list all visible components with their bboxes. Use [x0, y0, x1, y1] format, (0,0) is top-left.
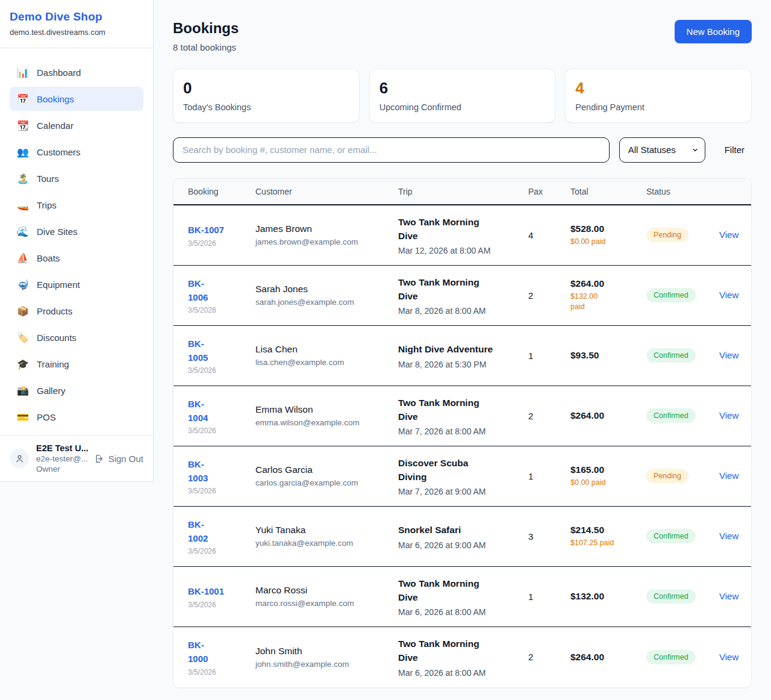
sign-out-button[interactable]: Sign Out [94, 454, 143, 464]
status-badge: Confirmed [646, 408, 696, 423]
paid-amount: $0.00 paid [570, 237, 646, 248]
sidebar-item-label: Bookings [37, 94, 74, 104]
sidebar-item-calendar[interactable]: 📆Calendar [10, 113, 143, 137]
customer-name: Lisa Chen [255, 344, 398, 355]
speedboat-icon: 🚤 [17, 199, 29, 211]
booking-id-link[interactable]: BK- 1000 [188, 638, 208, 666]
stat-card-upcoming-confirmed: 6 Upcoming Confirmed [369, 69, 556, 123]
view-link[interactable]: View [719, 531, 738, 541]
booking-id-link[interactable]: BK-1007 [188, 223, 224, 237]
col-header-pax: Pax [528, 187, 570, 196]
pax-count: 2 [528, 411, 570, 421]
sidebar-item-gallery[interactable]: 📸Gallery [10, 378, 143, 402]
booking-id-link[interactable]: BK- 1002 [188, 517, 208, 546]
sidebar-item-dive-sites[interactable]: 🌊Dive Sites [10, 219, 143, 243]
booking-date: 3/5/2026 [188, 239, 255, 248]
trip-datetime: Mar 12, 2026 at 8:00 AM [398, 246, 528, 255]
customer-name: Marco Rossi [255, 585, 398, 596]
trip-name: Night Dive Adventure [398, 342, 528, 356]
user-role: Owner [36, 464, 89, 473]
page-title-block: Bookings 8 total bookings [173, 20, 239, 52]
total-amount: $93.50 [570, 350, 646, 361]
booking-date: 3/5/2026 [188, 366, 255, 375]
camera-icon: 📸 [17, 385, 29, 396]
stat-label: Today's Bookings [183, 102, 349, 112]
col-header-trip: Trip [398, 187, 528, 196]
sidebar-item-discounts[interactable]: 🏷️Discounts [10, 325, 143, 349]
view-link[interactable]: View [719, 410, 738, 420]
sidebar-item-pos[interactable]: 💳POS [10, 405, 143, 429]
brand-name: Demo Dive Shop [10, 10, 143, 23]
search-input[interactable] [173, 137, 610, 163]
sidebar-item-label: Calendar [37, 120, 73, 131]
stat-value: 0 [183, 80, 349, 98]
sidebar-item-training[interactable]: 🎓Training [10, 352, 143, 376]
sidebar-nav: 📊Dashboard 📅Bookings 📆Calendar 👥Customer… [0, 48, 153, 429]
customer-email: emma.wilson@example.com [255, 418, 398, 427]
sidebar-item-label: Customers [37, 147, 81, 157]
filter-button[interactable]: Filter [717, 140, 752, 160]
brand-block: Demo Dive Shop demo.test.divestreams.com [0, 0, 153, 48]
paid-amount: $0.00 paid [570, 478, 646, 489]
trip-name: Two Tank Morning Dive [398, 637, 528, 665]
view-link[interactable]: View [719, 470, 738, 481]
booking-id-link[interactable]: BK-1001 [188, 584, 224, 598]
total-amount: $264.00 [570, 278, 646, 289]
sidebar-item-label: Dive Sites [37, 227, 78, 237]
sidebar-item-boats[interactable]: ⛵Boats [10, 246, 143, 270]
booking-date: 3/5/2026 [188, 487, 255, 495]
tag-icon: 🏷️ [17, 332, 29, 343]
sidebar-item-label: Gallery [37, 386, 66, 396]
col-header-total: Total [570, 187, 646, 196]
status-badge: Confirmed [646, 288, 696, 302]
calendar-icon: 📆 [17, 120, 29, 131]
booking-id-link[interactable]: BK- 1004 [188, 397, 208, 425]
view-link[interactable]: View [719, 652, 738, 662]
status-filter-select[interactable]: All Statuses [619, 137, 705, 163]
page-title: Bookings [173, 20, 239, 37]
sidebar-item-products[interactable]: 📦Products [10, 299, 143, 323]
sidebar-item-dashboard[interactable]: 📊Dashboard [10, 60, 143, 84]
sidebar-item-trips[interactable]: 🚤Trips [10, 193, 143, 217]
table-row: BK- 10003/5/2026 John Smithjohn.smith@ex… [173, 627, 751, 687]
table-row: BK- 10033/5/2026 Carlos Garciacarlos.gar… [173, 446, 751, 507]
table-row: BK-10013/5/2026 Marco Rossimarco.rossi@e… [173, 567, 751, 627]
new-booking-button[interactable]: New Booking [675, 20, 752, 43]
pax-count: 1 [528, 592, 570, 602]
trip-datetime: Mar 6, 2026 at 8:00 AM [398, 607, 528, 617]
booking-id-link[interactable]: BK- 1005 [188, 337, 208, 365]
package-icon: 📦 [17, 305, 29, 317]
sidebar-item-customers[interactable]: 👥Customers [10, 140, 143, 164]
booking-id-link[interactable]: BK- 1003 [188, 457, 208, 486]
sidebar-item-bookings[interactable]: 📅Bookings [10, 87, 143, 111]
booking-id-link[interactable]: BK- 1006 [188, 277, 208, 305]
customer-email: james.brown@example.com [255, 237, 398, 246]
table-row: BK-10073/5/2026 James Brownjames.brown@e… [173, 205, 751, 266]
stat-value: 4 [575, 80, 741, 98]
sidebar-item-label: Boats [37, 253, 60, 263]
booking-date: 3/5/2026 [188, 601, 255, 609]
view-link[interactable]: View [719, 591, 738, 601]
sidebar-item-equipment[interactable]: 🤿Equipment [10, 272, 143, 296]
booking-date: 3/5/2026 [188, 547, 255, 555]
sidebar: Demo Dive Shop demo.test.divestreams.com… [0, 0, 154, 482]
user-email: e2e-tester@... [36, 454, 89, 463]
user-name: E2E Test U... [36, 443, 89, 453]
customer-name: Sarah Jones [255, 284, 398, 295]
table-row: BK- 10053/5/2026 Lisa Chenlisa.chen@exam… [173, 326, 751, 386]
view-link[interactable]: View [719, 290, 738, 300]
total-amount: $264.00 [570, 652, 646, 663]
customer-name: Emma Wilson [255, 404, 398, 415]
trip-name: Snorkel Safari [398, 523, 528, 537]
paid-amount: $107.25 paid [570, 538, 646, 549]
people-icon: 👥 [17, 146, 29, 158]
view-link[interactable]: View [719, 350, 738, 360]
pax-count: 4 [528, 230, 570, 240]
calendar-date-icon: 📅 [17, 93, 29, 105]
status-badge: Confirmed [646, 348, 696, 363]
view-link[interactable]: View [719, 230, 738, 240]
brand-domain: demo.test.divestreams.com [10, 28, 143, 37]
sidebar-item-tours[interactable]: 🏝️Tours [10, 166, 143, 190]
trip-datetime: Mar 8, 2026 at 5:30 PM [398, 360, 528, 369]
customer-email: carlos.garcia@example.com [255, 478, 398, 487]
